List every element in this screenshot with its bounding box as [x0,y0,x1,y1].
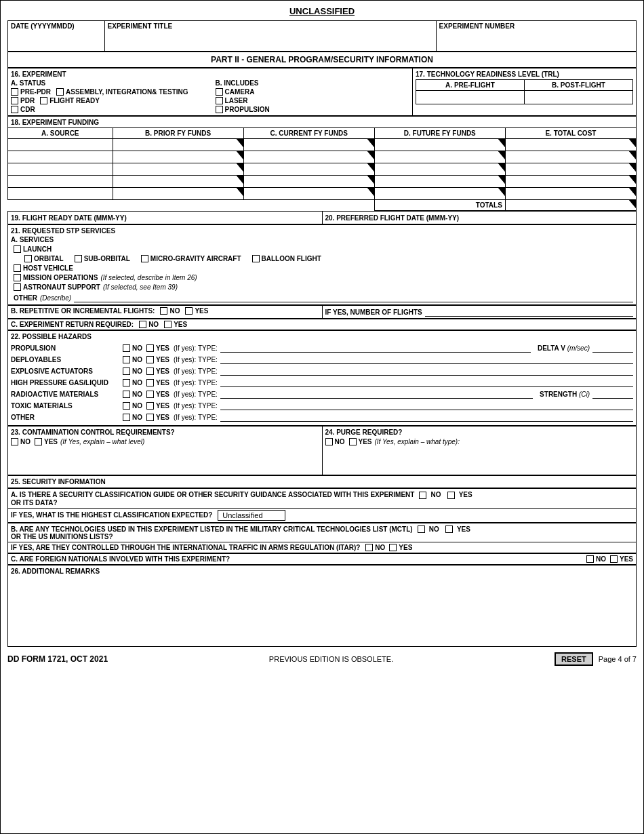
pdr-checkbox[interactable] [11,97,18,104]
rad-no-cb[interactable] [123,391,130,398]
oth-type-field[interactable] [220,412,633,422]
itar-label: IF YES, ARE THEY CONTROLLED THROUGH THE … [11,544,360,551]
laser-checkbox[interactable] [216,97,223,104]
dep-no-cb[interactable] [123,356,130,363]
dep-yes: YES [156,356,169,363]
21c-no-checkbox[interactable] [139,321,146,328]
24-no-cb[interactable] [325,438,333,445]
col-d-header: D. FUTURE FY FUNDS [374,128,505,139]
25c-no: NO [596,555,606,563]
itar-yes: YES [399,544,412,551]
total-row3 [505,163,636,176]
23-explain-area[interactable] [11,445,319,473]
assembly-checkbox[interactable] [56,88,64,96]
25a-no-cb[interactable] [419,492,426,499]
rad-no: NO [132,391,142,398]
25a-suffix: OR ITS DATA? [11,499,633,507]
25c-yes-cb[interactable] [610,555,618,563]
rad-yes-cb[interactable] [146,391,154,398]
orbital-checkbox[interactable] [24,255,32,262]
classification-value: Unclassified [218,510,285,521]
rad-type-field[interactable] [220,389,533,399]
25b-yes-cb[interactable] [445,525,453,533]
prop-no-cb[interactable] [123,344,130,352]
astronaut-label: ASTRONAUT SUPPORT [23,283,100,291]
host-vehicle-checkbox[interactable] [14,264,21,272]
future-row3 [374,163,505,176]
balloon-checkbox[interactable] [252,255,260,262]
exp-no-cb[interactable] [123,368,130,375]
reset-button[interactable]: RESET [555,652,593,666]
propulsion-checkbox[interactable] [216,106,223,113]
sub-orbital-checkbox[interactable] [75,255,82,262]
totals-value [505,200,636,211]
23-yes: YES [44,438,58,445]
tox-yes: YES [156,402,169,410]
25b-no-cb[interactable] [418,525,425,533]
other-suffix: (Describe) [40,294,71,302]
source-row3 [8,163,113,176]
other-field[interactable] [74,293,633,302]
oth-yes: YES [156,414,169,421]
astronaut-checkbox[interactable] [14,283,21,291]
camera-label: CAMERA [225,88,255,96]
exp-yes-cb[interactable] [146,368,154,375]
form-number: DD FORM 1721, OCT 2021 [7,654,108,664]
itar-yes-cb[interactable] [389,544,397,551]
dep-yes-cb[interactable] [146,356,154,363]
21b-no-checkbox[interactable] [160,307,167,315]
mission-ops-checkbox[interactable] [14,274,21,281]
exp-type-field[interactable] [220,366,633,376]
tox-type-field[interactable] [220,401,633,410]
camera-checkbox[interactable] [216,88,223,96]
24-yes-cb[interactable] [349,438,357,445]
25b-yes: YES [457,525,470,533]
section22-label: 22. POSSIBLE HAZARDS [11,333,633,340]
section25-label: 25. SECURITY INFORMATION [11,478,633,485]
section26-label: 26. ADDITIONAL REMARKS [11,568,633,575]
footer: DD FORM 1721, OCT 2021 PREVIOUS EDITION … [7,652,637,666]
tox-yes-cb[interactable] [146,402,154,410]
source-row4 [8,176,113,188]
21b-yes-checkbox[interactable] [185,307,193,315]
hpg-yes-cb[interactable] [146,379,154,386]
total-row2 [505,151,636,163]
num-flights-field[interactable] [425,307,633,317]
if-yes-class-label: IF YES, WHAT IS THE HIGHEST CLASSIFICATI… [11,511,212,519]
25a-yes-cb[interactable] [447,492,455,499]
hpg-label: HIGH PRESSURE GAS/LIQUID [11,379,123,386]
toxic-label: TOXIC MATERIALS [11,402,123,410]
dep-type-field[interactable] [220,355,633,364]
other-label: OTHER [14,294,37,302]
prop-yes-cb[interactable] [146,344,154,352]
delta-v-field[interactable] [592,343,633,353]
total-row4 [505,176,636,188]
delta-v-label: DELTA V (m/sec) [538,344,590,352]
micro-gravity-checkbox[interactable] [141,255,148,262]
prop-type-field[interactable] [220,343,531,353]
24-no: NO [335,438,345,445]
cdr-label: CDR [20,106,35,113]
oth-yes-cb[interactable] [146,414,154,421]
hpg-type-field[interactable] [220,378,633,387]
cdr-checkbox[interactable] [11,106,18,113]
launch-checkbox[interactable] [14,245,21,253]
strength-field[interactable] [592,389,633,399]
experiment-number-label: EXPERIMENT NUMBER [439,22,633,30]
tox-no-cb[interactable] [123,402,130,410]
section20-label: 20. PREFERRED FLIGHT DATE (MMM-YY) [325,214,460,222]
oth-no-cb[interactable] [123,414,130,421]
pre-pdr-checkbox[interactable] [11,88,18,96]
itar-no-cb[interactable] [365,544,373,551]
21c-yes-checkbox[interactable] [164,321,172,328]
23-yes-cb[interactable] [35,438,42,445]
oth-type-label: (If yes): TYPE: [174,414,218,421]
23-no-cb[interactable] [11,438,18,445]
25c-no-cb[interactable] [586,555,594,563]
pre-pdr-label: PRE-PDR [20,88,51,96]
flight-ready-checkbox[interactable] [40,97,47,104]
hpg-no-cb[interactable] [123,379,130,386]
24-explain-area[interactable] [325,445,634,473]
24-yes: YES [359,438,372,445]
includes-label: B. INCLUDES [216,79,270,87]
